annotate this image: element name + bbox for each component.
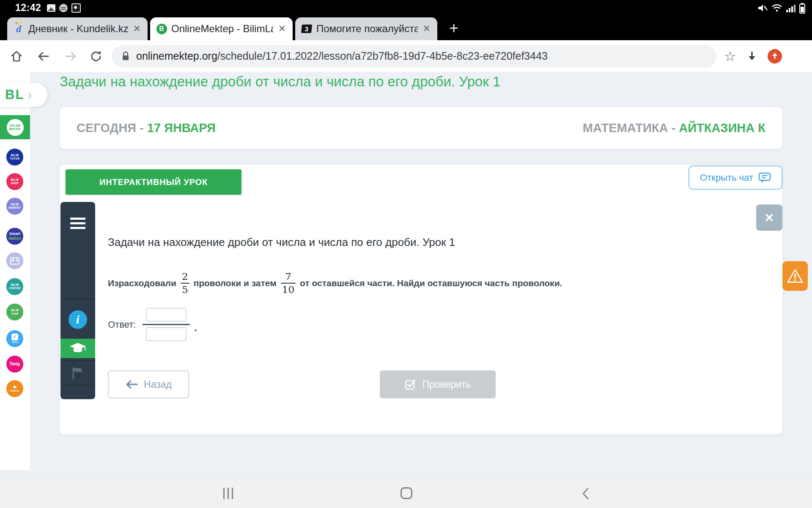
image-notification-icon	[47, 4, 55, 12]
answer-denominator-input[interactable]	[146, 327, 187, 341]
fraction-seven-tenths: 7 10	[281, 271, 296, 295]
schedule-date: СЕГОДНЯ - 17 ЯНВАРЯ	[77, 121, 216, 135]
back-nav-button[interactable]	[581, 487, 590, 502]
open-chat-button[interactable]: Открыть чат	[689, 166, 782, 190]
screen: 12:42	[0, 0, 812, 508]
warning-triangle-icon	[786, 268, 804, 284]
tab-close-icon[interactable]: ✕	[277, 23, 287, 34]
chrome-update-icon[interactable]	[768, 49, 782, 64]
sidebar-item-bilim-land[interactable]: BILIMLand	[6, 304, 23, 320]
sidebar-item-imektep[interactable]: ✹ iMektep	[6, 380, 23, 397]
report-problem-button[interactable]	[782, 261, 808, 291]
web-page: BL › ONLINEMEKTEP BILIMTUTOR BILIMSHOP B…	[0, 72, 812, 478]
tab-onlinemektep[interactable]: B OnlineMektep - BilimLa ✕	[150, 17, 293, 40]
sidebar-item-bilim-market[interactable]: BILIMMARKET	[6, 198, 23, 215]
check-square-icon	[404, 378, 416, 390]
tab-title: Дневник - Kundelik.kz	[28, 23, 128, 35]
sidebar-item-twig[interactable]: Twig	[6, 356, 23, 373]
url-text: onlinemektep.org/schedule/17.01.2022/les…	[136, 50, 548, 62]
znanija-favicon-icon: 3	[301, 23, 312, 34]
menu-icon[interactable]	[70, 218, 85, 232]
media-card-icon	[10, 257, 19, 265]
answer-label: Ответ:	[108, 319, 136, 330]
bookmark-star-icon[interactable]: ☆	[724, 50, 736, 63]
tab-strip: d Дневник - Kundelik.kz ✕ B OnlineMektep…	[0, 16, 812, 40]
screenshot-notification-icon	[71, 3, 81, 13]
sun-icon: ✹	[13, 385, 17, 389]
signal-icon	[786, 3, 796, 13]
recents-button[interactable]	[223, 488, 233, 499]
itest-check-icon: ✓	[11, 334, 18, 340]
lock-icon	[121, 51, 130, 62]
kundelik-favicon-icon: d	[13, 23, 24, 34]
sidebar-item-bilim-tutor[interactable]: BILIMTUTOR	[6, 149, 23, 166]
clock: 12:42	[15, 2, 41, 14]
new-tab-button[interactable]: +	[449, 20, 458, 36]
reload-button[interactable]	[86, 47, 106, 66]
fraction-bar	[143, 324, 190, 325]
schedule-card: СЕГОДНЯ - 17 ЯНВАРЯ МАТЕМАТИКА - АЙТКАЗИ…	[60, 107, 782, 149]
tab-title: OnlineMektep - BilimLa	[171, 23, 273, 35]
check-answer-button[interactable]: Проверить	[380, 370, 496, 398]
sidebar-item-bilim-center[interactable]: BILIMCENTER	[6, 278, 23, 295]
fraction-two-fifths: 2 5	[181, 271, 189, 295]
tab-znanija[interactable]: 3 Помогите пожалуйста ✕	[295, 17, 437, 40]
back-lesson-button[interactable]: Назад	[108, 370, 189, 398]
info-button[interactable]: i	[69, 310, 87, 329]
page-title: Задачи на нахождение дроби от числа и чи…	[60, 74, 500, 90]
answer-fraction	[143, 308, 190, 341]
answer-row: Ответ: .	[108, 308, 197, 341]
answer-period: .	[194, 322, 197, 334]
arrow-left-icon	[125, 379, 138, 389]
home-button[interactable]	[7, 47, 26, 66]
lesson-frame-sidebar: i	[60, 202, 95, 399]
sidebar-item-smart-nation[interactable]: SmartNation	[6, 228, 23, 245]
download-button[interactable]	[742, 47, 762, 66]
android-nav-bar	[0, 478, 812, 508]
bilimland-favicon-icon: B	[156, 23, 167, 34]
mute-icon	[757, 3, 768, 13]
answer-numerator-input[interactable]	[146, 308, 187, 322]
sidebar-item-bilim-shop[interactable]: BILIMSHOP	[6, 173, 23, 190]
tab-close-icon[interactable]: ✕	[422, 23, 431, 34]
battery-icon	[799, 3, 805, 14]
address-bar[interactable]: onlinemektep.org/schedule/17.01.2022/les…	[112, 45, 716, 68]
interactive-lesson-tab[interactable]: ИНТЕРАКТИВНЫЙ УРОК	[66, 169, 241, 195]
tab-kundelik[interactable]: d Дневник - Kundelik.kz ✕	[7, 17, 148, 40]
close-lesson-button[interactable]: ✕	[756, 204, 782, 231]
sidebar-expand-icon[interactable]: ›	[27, 89, 32, 100]
lesson-card: ИНТЕРАКТИВНЫЙ УРОК Открыть чат i	[60, 165, 782, 434]
wifi-icon	[771, 3, 782, 13]
status-bar: 12:42	[0, 0, 812, 16]
bl-logo-text: BL	[5, 87, 24, 102]
bilimland-logo: BL ›	[0, 83, 47, 107]
flag-button[interactable]	[71, 366, 85, 382]
lesson-title: Задачи на нахождение дроби от числа и чи…	[108, 236, 455, 249]
chat-icon	[758, 172, 771, 184]
graduation-cap-icon	[69, 342, 87, 355]
tab-title: Помогите пожалуйста	[316, 23, 418, 35]
sidebar-item-bilim-media[interactable]	[6, 252, 23, 269]
browser-toolbar: onlinemektep.org/schedule/17.01.2022/les…	[0, 40, 812, 72]
home-nav-button[interactable]	[401, 487, 412, 499]
back-button[interactable]	[34, 47, 53, 66]
onlinemektep-icon: ONLINEMEKTEP	[7, 119, 24, 136]
problem-text: Израсходовали 2 5 проволоки и затем 7 10…	[108, 271, 770, 295]
tab-close-icon[interactable]: ✕	[132, 23, 142, 34]
sidebar-item-itest[interactable]: ✓ iTest	[6, 330, 23, 347]
schedule-subject: МАТЕМАТИКА - АЙТКАЗИНА К	[583, 121, 765, 135]
sidebar-item-onlinemektep[interactable]: ONLINEMEKTEP	[0, 115, 30, 139]
app-notification-icon	[59, 4, 68, 12]
lesson-section-active[interactable]	[60, 339, 95, 358]
forward-button[interactable]	[61, 47, 80, 66]
